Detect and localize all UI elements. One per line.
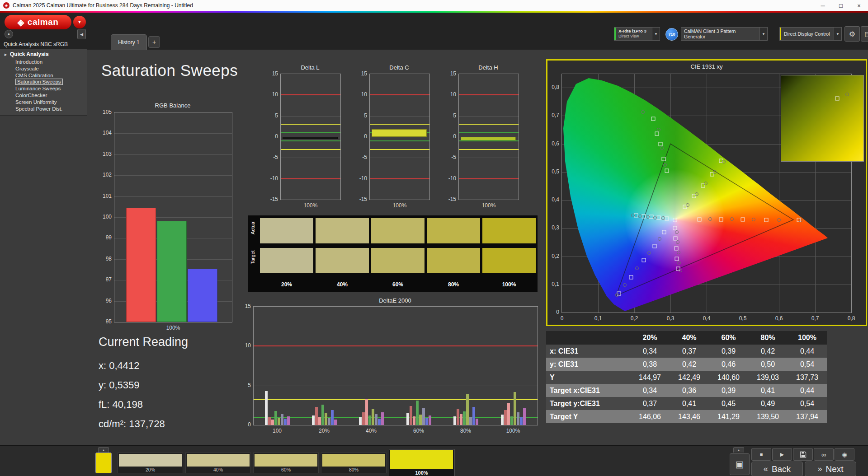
- profile-button[interactable]: ●: [5, 30, 13, 38]
- tab-history-1[interactable]: History 1: [111, 34, 147, 50]
- save-button[interactable]: [793, 448, 813, 461]
- sidebar-item-label: Spectral Power Dist.: [15, 106, 62, 112]
- main-menu-button[interactable]: ▼: [73, 16, 86, 28]
- table-value-cell: 0,37: [670, 345, 709, 358]
- pattern-preview-button[interactable]: ▣: [730, 453, 750, 475]
- measured-point: [708, 217, 712, 221]
- maximize-button[interactable]: □: [832, 0, 850, 11]
- table-row: Y144,97142,49140,60139,03137,73: [546, 371, 827, 384]
- pattern-generator-dropdown[interactable]: CalMAN Client 3 Pattern Generator ▼: [681, 27, 768, 41]
- meter-name: X-Rite i1Pro 3: [618, 29, 649, 34]
- delta-e-bar: [469, 417, 472, 425]
- delta-e-bar: [359, 417, 362, 425]
- sidebar-item-saturation-sweeps[interactable]: Saturation Sweeps: [0, 79, 87, 85]
- tree-expander-icon: ▸: [5, 52, 10, 57]
- table-row-label: Target x:CIE31: [546, 384, 630, 397]
- add-tab-button[interactable]: +: [148, 36, 160, 48]
- pattern-window-button[interactable]: [95, 453, 112, 473]
- minimize-button[interactable]: ─: [814, 0, 832, 11]
- bottom-bar: ▲ 20%40%60%80%100% ▲ ▣ ■ ▶ ∞ ◉: [0, 445, 868, 476]
- table-column-header: 40%: [670, 331, 709, 345]
- stop-button[interactable]: ■: [751, 448, 771, 461]
- tolerance-line: [370, 149, 429, 150]
- settings-button[interactable]: ⚙: [844, 26, 860, 42]
- measured-point: [657, 128, 660, 131]
- pattern-tray-collapse-button[interactable]: ▲: [98, 447, 109, 453]
- play-button[interactable]: ▶: [772, 448, 792, 461]
- target-point: [642, 215, 646, 219]
- tolerance-line: [281, 149, 340, 150]
- sidebar-item-grayscale[interactable]: Grayscale: [0, 65, 87, 72]
- table-value-cell: 0,41: [670, 397, 709, 410]
- actual-swatch-100%: [482, 218, 536, 243]
- delta-e-bar: [274, 411, 277, 425]
- sidebar-item-screen-uniformity[interactable]: Screen Uniformity: [0, 99, 87, 106]
- title-bar: ◈ Calman 2025 Calman Ultimate for Busine…: [0, 0, 868, 11]
- delta-e-bar: [472, 407, 475, 425]
- pattern-swatch-80%[interactable]: 80%: [321, 453, 387, 473]
- delta-e-bar: [457, 409, 459, 425]
- table-row-label: y: CIE31: [546, 358, 630, 371]
- table-row: Target y:CIE310,370,410,450,490,54: [546, 397, 827, 410]
- measured-point: [638, 215, 642, 218]
- pattern-swatch-100%[interactable]: 100%: [389, 449, 454, 476]
- app-window: ◈ Calman 2025 Calman Ultimate for Busine…: [0, 0, 868, 476]
- target-row-label: Target: [250, 255, 255, 264]
- measured-point: [653, 216, 657, 219]
- delta-e-bar: [284, 419, 287, 425]
- collapse-sidebar-button[interactable]: ◀: [77, 29, 86, 39]
- delta-e-bar: [321, 405, 324, 425]
- target-swatch-40%: [316, 248, 369, 273]
- tolerance-line: [459, 149, 519, 150]
- rgb-bar-blue: [188, 269, 217, 322]
- dot-icon: ●: [8, 32, 10, 36]
- target-point: [665, 168, 669, 173]
- measured-point: [799, 219, 802, 222]
- tolerance-line: [281, 178, 340, 179]
- meter-dropdown[interactable]: X-Rite i1Pro 3 Direct View ▼: [614, 27, 660, 41]
- target-point: [674, 236, 678, 240]
- target-point: [651, 117, 656, 121]
- close-button[interactable]: ×: [850, 0, 868, 11]
- workspace-layout-button[interactable]: ▤: [861, 26, 868, 42]
- table-value-cell: 0,38: [630, 358, 670, 371]
- sidebar-item-luminance-sweeps[interactable]: Luminance Sweeps: [0, 85, 87, 92]
- next-button-label: Next: [826, 464, 843, 474]
- display-control-dropdown[interactable]: Direct Display Control ▼: [779, 27, 842, 41]
- table-value-cell: 0,34: [630, 384, 670, 397]
- transport-collapse-button[interactable]: ▲: [733, 447, 744, 453]
- table-row-label: x: CIE31: [546, 345, 630, 358]
- delta-bar: [372, 129, 427, 137]
- single-measure-button[interactable]: ◉: [835, 448, 854, 461]
- table-value-cell: 0,49: [748, 397, 788, 410]
- sidebar-item-introduction[interactable]: Introduction: [0, 59, 87, 65]
- sidebar-item-spectral-power-dist-[interactable]: Spectral Power Dist.: [0, 106, 87, 112]
- table-value-cell: 140,60: [709, 371, 748, 384]
- continuous-measure-button[interactable]: ∞: [814, 448, 834, 461]
- next-button[interactable]: » Next: [805, 462, 856, 476]
- calman-logo[interactable]: ◈ calman: [5, 15, 71, 29]
- measured-point: [660, 146, 664, 150]
- pattern-swatch-20%[interactable]: 20%: [118, 453, 183, 473]
- play-icon: ▶: [780, 452, 784, 457]
- table-value-cell: 0,46: [709, 358, 748, 371]
- sidebar-item-label: Grayscale: [15, 66, 39, 71]
- pattern-swatch-40%[interactable]: 40%: [185, 453, 251, 473]
- delta-e-bar: [422, 408, 425, 425]
- pattern-window-icon: ▣: [736, 459, 744, 470]
- measured-point: [675, 230, 679, 234]
- pattern-swatch-60%[interactable]: 60%: [253, 453, 319, 473]
- table-value-cell: 137,73: [788, 371, 827, 384]
- measured-point: [615, 293, 619, 297]
- workflow-tree: ▸Quick Analysis IntroductionGrayscaleCMS…: [0, 49, 87, 116]
- current-reading-title: Current Reading: [99, 335, 188, 349]
- table-row: x: CIE310,340,370,390,420,44: [546, 345, 827, 358]
- target-swatch-80%: [427, 248, 480, 273]
- sidebar-item-cms-calibration[interactable]: CMS Calibration: [0, 72, 87, 79]
- sidebar-item-colorchecker[interactable]: ColorChecker: [0, 92, 87, 99]
- tree-root-quick-analysis[interactable]: ▸Quick Analysis: [0, 51, 87, 59]
- delta-e-plot: 05101510020%40%60%80%100%: [253, 306, 538, 425]
- delta-e-bar: [476, 419, 478, 425]
- table-corner-cell: [546, 331, 630, 345]
- back-button[interactable]: « Back: [751, 462, 803, 476]
